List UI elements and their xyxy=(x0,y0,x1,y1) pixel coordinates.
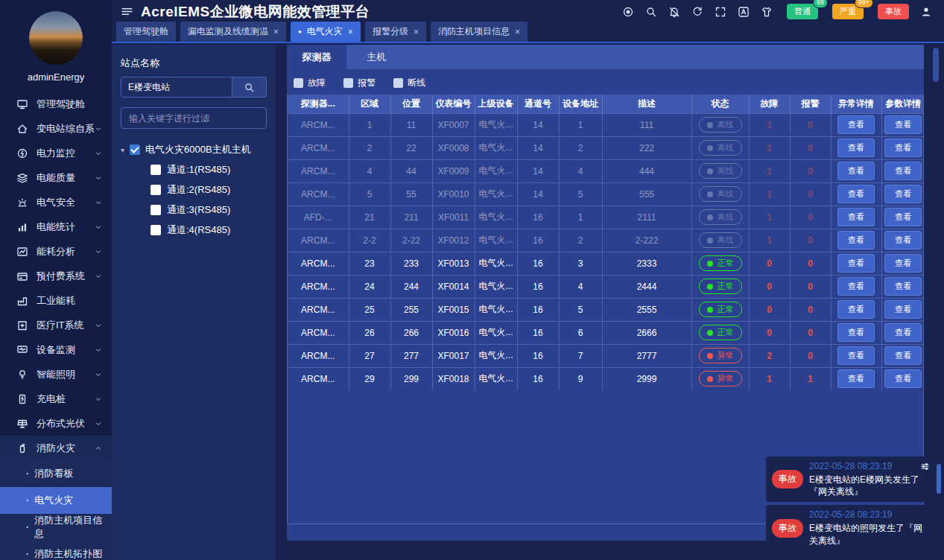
station-name-input[interactable] xyxy=(121,77,232,98)
view-abnormal-button[interactable]: 查看 xyxy=(837,369,875,388)
view-param-button[interactable]: 查看 xyxy=(884,346,922,365)
toast-timestamp: 2022-05-28 08:23:19 xyxy=(809,509,930,520)
header-tab[interactable]: ●电气火灾× xyxy=(291,22,361,42)
tree-filter-input[interactable] xyxy=(121,107,267,129)
alarm-badge-0[interactable]: 普通99 xyxy=(787,4,818,19)
toast-scrollbar-thumb[interactable] xyxy=(937,464,941,494)
view-abnormal-button[interactable]: 查看 xyxy=(837,208,875,226)
tree-child-node[interactable]: 通道:1(RS485) xyxy=(121,159,267,179)
view-abnormal-button[interactable]: 查看 xyxy=(837,139,875,157)
sidebar-subitem[interactable]: ·电气火灾 xyxy=(0,487,112,514)
sidebar-item-dashboard[interactable]: 管理驾驶舱 xyxy=(0,92,112,116)
view-param-button[interactable]: 查看 xyxy=(884,162,922,180)
checkbox-icon[interactable] xyxy=(343,78,353,88)
alarm-badge-count: 99+ xyxy=(855,0,873,8)
sidebar-item-lighting[interactable]: 智能照明 xyxy=(0,362,112,386)
tree-child-checkbox[interactable] xyxy=(151,205,161,215)
view-param-button[interactable]: 查看 xyxy=(884,185,922,203)
tree-caret-icon[interactable]: ▾ xyxy=(121,146,124,154)
tree-child-node[interactable]: 通道:2(RS485) xyxy=(121,179,267,200)
header-tab[interactable]: 报警分级× xyxy=(365,22,426,42)
view-abnormal-button[interactable]: 查看 xyxy=(837,162,875,180)
station-search-button[interactable] xyxy=(232,77,267,98)
view-abnormal-button[interactable]: 查看 xyxy=(837,346,875,365)
tree-child-checkbox[interactable] xyxy=(151,225,161,235)
tree-child-checkbox[interactable] xyxy=(151,165,161,175)
sidebar-item-safety[interactable]: 电气安全 xyxy=(0,190,112,214)
tree-child-label: 通道:4(RS485) xyxy=(167,223,230,237)
quality-icon xyxy=(16,172,28,184)
sidebar-item-power[interactable]: 电力监控 xyxy=(0,141,112,165)
header-tab[interactable]: 管理驾驶舱 xyxy=(116,22,176,42)
sidebar-item-prepaid[interactable]: 预付费系统 xyxy=(0,264,112,288)
filter-checkbox-item[interactable]: 故障 xyxy=(294,77,326,89)
view-param-button[interactable]: 查看 xyxy=(884,139,922,157)
sidebar-item-medical[interactable]: 医疗IT系统 xyxy=(0,313,112,337)
sidebar-item-fire[interactable]: 消防火灾 xyxy=(0,436,112,460)
bell-off-button[interactable] xyxy=(668,6,680,18)
sidebar-item-industry[interactable]: 工业能耗 xyxy=(0,288,112,313)
view-param-button[interactable]: 查看 xyxy=(884,323,922,342)
view-param-button[interactable]: 查看 xyxy=(884,115,922,134)
fullscreen-button[interactable] xyxy=(715,6,726,18)
view-param-button[interactable]: 查看 xyxy=(884,208,922,226)
search-button[interactable] xyxy=(645,6,657,18)
user-button[interactable] xyxy=(920,6,932,18)
view-param-button[interactable]: 查看 xyxy=(884,300,922,319)
station-search xyxy=(121,77,267,98)
view-param-button[interactable]: 查看 xyxy=(884,369,922,388)
table-cell: 2-22 xyxy=(390,229,432,252)
sidebar-item-charging[interactable]: 充电桩 xyxy=(0,386,112,411)
vertical-scrollbar-thumb[interactable] xyxy=(933,48,939,82)
tree-child-node[interactable]: 通道:4(RS485) xyxy=(121,220,267,240)
sidebar-item-quality[interactable]: 电能质量 xyxy=(0,165,112,190)
table-cell: 26 xyxy=(349,321,390,344)
header-tab[interactable]: 漏电监测及线缆测温× xyxy=(180,22,286,42)
view-abnormal-button[interactable]: 查看 xyxy=(837,185,875,203)
sidebar-subitem[interactable]: ·消防主机拓扑图 xyxy=(0,541,112,560)
theme-button[interactable] xyxy=(761,6,773,18)
tab-主机[interactable]: 主机 xyxy=(346,45,406,69)
view-abnormal-button[interactable]: 查看 xyxy=(837,115,875,134)
view-param-button[interactable]: 查看 xyxy=(884,277,922,296)
filter-checkbox-item[interactable]: 报警 xyxy=(343,77,376,89)
menu-toggle-icon[interactable] xyxy=(121,5,133,18)
translate-button[interactable] xyxy=(738,6,750,18)
alarm-badge-1[interactable]: 严重99+ xyxy=(832,4,864,19)
sidebar-item-device-monitor[interactable]: 设备监测 xyxy=(0,337,112,362)
view-abnormal-button[interactable]: 查看 xyxy=(837,277,875,296)
sidebar-item-pv[interactable]: 分布式光伏 xyxy=(0,411,112,436)
sidebar-item-analysis[interactable]: 能耗分析 xyxy=(0,239,112,264)
avatar[interactable] xyxy=(29,11,83,65)
tab-探测器[interactable]: 探测器 xyxy=(287,45,346,69)
tree-root-label: 电气火灾6000B主机主机 xyxy=(145,143,251,156)
view-abnormal-button[interactable]: 查看 xyxy=(837,323,875,342)
checkbox-icon[interactable] xyxy=(393,78,403,88)
status-filter-row: 故障报警断线 xyxy=(287,69,924,95)
tune-icon[interactable] xyxy=(920,462,930,471)
view-abnormal-button[interactable]: 查看 xyxy=(837,254,875,273)
filter-checkbox-item[interactable]: 断线 xyxy=(393,77,425,89)
record-button[interactable] xyxy=(622,6,634,18)
view-abnormal-button[interactable]: 查看 xyxy=(837,300,875,319)
tree-child-node[interactable]: 通道:3(RS485) xyxy=(121,200,267,220)
tree-root-checkbox[interactable] xyxy=(130,144,140,155)
tree-root-node[interactable]: ▾ 电气火灾6000B主机主机 xyxy=(121,140,267,159)
table-cell: 2111 xyxy=(602,206,691,229)
chevron-down-icon xyxy=(94,124,103,133)
table-cell: ARCM... xyxy=(288,229,349,252)
view-param-button[interactable]: 查看 xyxy=(884,254,922,273)
alarm-count-cell: 0 xyxy=(790,159,831,182)
view-param-button[interactable]: 查看 xyxy=(884,231,922,249)
tree-child-checkbox[interactable] xyxy=(151,185,161,195)
sidebar-subitem[interactable]: ·消防主机项目信息 xyxy=(0,514,112,541)
sidebar-item-stats[interactable]: 电能统计 xyxy=(0,214,112,239)
sidebar-subitem[interactable]: ·消防看板 xyxy=(0,460,112,487)
view-abnormal-button[interactable]: 查看 xyxy=(837,231,875,249)
header-tab[interactable]: 消防主机项目信息× xyxy=(431,22,528,42)
header-tab-label: 电气火灾 xyxy=(307,25,343,38)
refresh-button[interactable] xyxy=(691,6,703,18)
alarm-badge-2[interactable]: 事故 xyxy=(878,4,909,19)
checkbox-icon[interactable] xyxy=(294,78,303,88)
sidebar-item-substation[interactable]: 变电站综自系统 xyxy=(0,116,112,141)
